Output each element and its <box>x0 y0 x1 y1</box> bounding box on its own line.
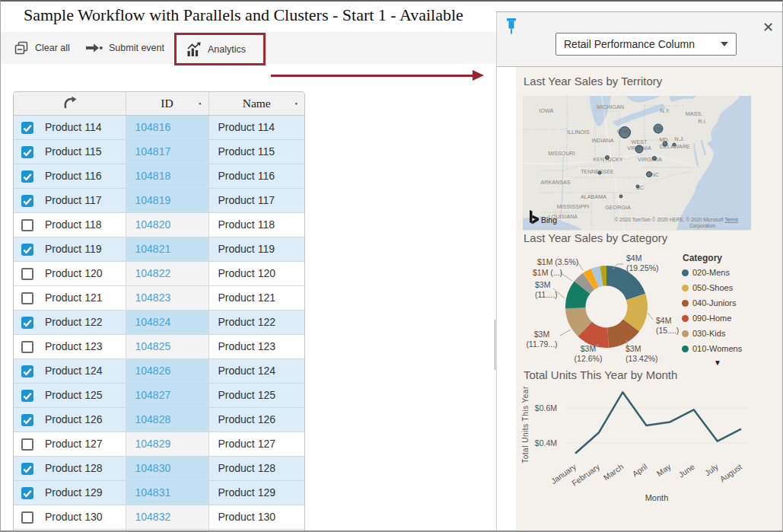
table-row: Product 126104828Product 126 <box>14 407 304 432</box>
submit-event-icon <box>84 42 103 54</box>
legend-item[interactable]: 040-Juniors <box>682 298 736 307</box>
svg-text:April: April <box>630 462 648 479</box>
row-label: Product 126 <box>45 414 103 426</box>
select-cell: Product 117 <box>14 188 126 212</box>
id-cell[interactable]: 104828 <box>126 407 208 432</box>
units-line-chart[interactable]: $0.6M$0.4MTotal Units This YearJanuaryFe… <box>516 383 775 524</box>
row-checkbox[interactable] <box>21 195 33 207</box>
select-column-header[interactable] <box>14 92 126 115</box>
svg-text:ALABAMA: ALABAMA <box>581 193 606 200</box>
row-checkbox[interactable] <box>21 390 33 402</box>
table-row: Product 119104821Product 119 <box>14 237 304 261</box>
name-cell: Product 123 <box>208 334 304 358</box>
svg-text:March: March <box>602 462 625 483</box>
page-title: Sample Workflow with Parallels and Clust… <box>24 5 463 25</box>
name-cell: Product 122 <box>208 310 304 334</box>
id-cell[interactable]: 104818 <box>126 164 208 188</box>
row-label: Product 116 <box>45 170 101 183</box>
report-dropdown[interactable]: Retail Performance Column <box>555 33 737 56</box>
legend-item[interactable]: 090-Home <box>682 314 731 323</box>
close-icon[interactable]: ✕ <box>762 19 774 36</box>
id-cell[interactable]: 104830 <box>126 456 208 480</box>
pin-icon[interactable] <box>505 18 517 36</box>
id-cell[interactable]: 104822 <box>126 261 208 285</box>
row-label: Product 127 <box>45 438 103 451</box>
svg-text:R.I.: R.I. <box>698 118 706 125</box>
row-checkbox[interactable] <box>21 414 33 426</box>
submit-event-button[interactable]: Submit event <box>84 38 164 58</box>
table-row: Product 131104833Product 131 <box>14 529 304 532</box>
row-label: Product 130 <box>45 511 103 524</box>
row-checkbox[interactable] <box>21 146 33 158</box>
row-checkbox[interactable] <box>21 317 33 329</box>
id-cell[interactable]: 104832 <box>126 505 208 529</box>
name-cell: Product 130 <box>208 505 304 529</box>
curved-arrow-icon <box>61 95 78 109</box>
id-cell[interactable]: 104824 <box>126 310 208 334</box>
legend-item[interactable]: 010-Womens <box>682 344 742 353</box>
row-checkbox[interactable] <box>21 365 33 377</box>
donut-slice-label: $4M(19.25%) <box>626 253 659 273</box>
category-donut-chart[interactable]: $4M(19.25%)$4M(15....)$3M(13.42%)$3M(12.… <box>516 248 782 370</box>
row-checkbox[interactable] <box>21 463 33 475</box>
name-column-header[interactable]: Name● <box>208 92 304 115</box>
id-cell[interactable]: 104819 <box>126 188 208 212</box>
svg-text:Bing: Bing <box>541 215 557 225</box>
column-menu-dot[interactable]: ● <box>294 101 298 106</box>
table-row: Product 122104824Product 122 <box>14 310 304 334</box>
id-cell[interactable]: 104827 <box>126 383 208 407</box>
legend-item[interactable]: 030-Kids <box>682 329 725 338</box>
name-cell: Product 126 <box>208 407 304 432</box>
name-cell: Product 117 <box>208 188 304 212</box>
legend-expand-icon[interactable]: ▼ <box>714 358 721 367</box>
row-checkbox[interactable] <box>21 244 33 256</box>
id-cell[interactable]: 104823 <box>126 285 208 310</box>
legend-dot <box>682 285 689 291</box>
svg-text:July: July <box>703 461 721 477</box>
id-cell[interactable]: 104831 <box>126 480 208 505</box>
id-cell[interactable]: 104820 <box>126 212 208 237</box>
id-cell[interactable]: 104826 <box>126 358 208 383</box>
name-cell: Product 119 <box>208 237 304 261</box>
id-cell[interactable]: 104817 <box>126 139 208 164</box>
legend-item[interactable]: 020-Mens <box>682 268 730 277</box>
line-chart-title: Total Units This Year by Month <box>524 368 677 381</box>
select-cell: Product 126 <box>14 407 126 432</box>
row-checkbox[interactable] <box>21 219 33 231</box>
row-checkbox[interactable] <box>21 341 33 353</box>
svg-text:VIRGINIA: VIRGINIA <box>638 156 662 163</box>
name-cell: Product 131 <box>208 529 304 532</box>
svg-text:IOWA: IOWA <box>540 107 554 114</box>
row-checkbox[interactable] <box>21 511 33 524</box>
name-cell: Product 127 <box>208 432 304 456</box>
donut-slice-label: $3M(13.42%) <box>625 344 658 364</box>
analytics-button[interactable]: Analytics <box>177 40 246 59</box>
table-row: Product 120104822Product 120 <box>14 261 304 285</box>
column-menu-dot[interactable]: ● <box>199 101 202 106</box>
row-checkbox[interactable] <box>21 122 33 134</box>
svg-text:MISSISSIPPI: MISSISSIPPI <box>557 203 590 210</box>
id-cell[interactable]: 104821 <box>126 237 208 261</box>
row-checkbox[interactable] <box>21 292 33 304</box>
id-cell[interactable]: 104829 <box>126 432 208 456</box>
row-checkbox[interactable] <box>21 487 33 499</box>
row-checkbox[interactable] <box>21 438 33 451</box>
svg-text:© 2020 TomTom © 2020 HERE, © 2: © 2020 TomTom © 2020 HERE, © 2020 Micros… <box>615 217 739 222</box>
id-cell[interactable]: 104825 <box>126 334 208 358</box>
table-row: Product 118104820Product 118 <box>14 212 304 237</box>
name-cell: Product 129 <box>208 480 304 505</box>
legend-item[interactable]: 050-Shoes <box>682 283 733 292</box>
select-cell: Product 119 <box>14 237 126 261</box>
row-checkbox[interactable] <box>21 268 33 280</box>
donut-legend-title: Category <box>683 253 722 263</box>
table-row: Product 115104817Product 115 <box>14 139 304 164</box>
territory-map[interactable]: IOWAMICHIGANN.Y.MASS.R.I.ILLINOISINDIANA… <box>523 96 751 231</box>
legend-dot <box>682 300 689 307</box>
clear-all-button[interactable]: Clear all <box>14 38 70 58</box>
id-cell[interactable]: 104816 <box>126 115 208 139</box>
id-cell[interactable]: 104833 <box>126 529 208 532</box>
row-label: Product 118 <box>45 219 101 231</box>
name-cell: Product 116 <box>208 164 304 188</box>
row-checkbox[interactable] <box>21 170 33 183</box>
id-column-header[interactable]: ID● <box>126 92 208 115</box>
